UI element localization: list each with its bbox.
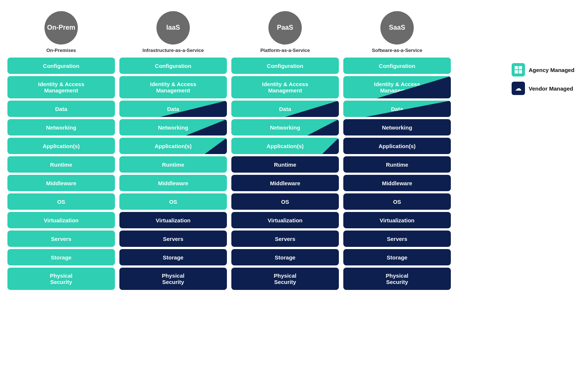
item-paas-0: Configuration xyxy=(231,58,339,74)
item-iaas-11: PhysicalSecurity xyxy=(119,268,227,290)
item-iaas-7: OS xyxy=(119,193,227,210)
item-iaas-4: Application(s) xyxy=(119,138,227,154)
item-saas-8: Virtualization xyxy=(343,212,451,228)
item-on-prem-0: Configuration xyxy=(7,58,115,74)
item-paas-11: PhysicalSecurity xyxy=(231,268,339,290)
item-saas-2: Data xyxy=(343,101,451,117)
item-saas-6: Middleware xyxy=(343,175,451,191)
legend-box-vendor: ☁ xyxy=(512,82,525,95)
item-paas-1: Identity & AccessManagement xyxy=(231,76,339,98)
item-iaas-9: Servers xyxy=(119,231,227,247)
item-on-prem-2: Data xyxy=(7,101,115,117)
columns-area: On-PremOn-PremisesConfigurationIdentity … xyxy=(7,11,504,290)
item-on-prem-3: Networking xyxy=(7,119,115,135)
item-saas-7: OS xyxy=(343,193,451,210)
column-header-iaas: IaaSInfrastructure-as-a-Service xyxy=(142,11,204,53)
item-on-prem-5: Runtime xyxy=(7,156,115,173)
items-stack-iaas: ConfigurationIdentity & AccessManagement… xyxy=(119,58,227,290)
item-on-prem-7: OS xyxy=(7,193,115,210)
item-paas-5: Runtime xyxy=(231,156,339,173)
legend-label-agency: Agency Managed xyxy=(529,67,574,73)
item-paas-9: Servers xyxy=(231,231,339,247)
item-paas-3: Networking xyxy=(231,119,339,135)
item-saas-11: PhysicalSecurity xyxy=(343,268,451,290)
item-iaas-8: Virtualization xyxy=(119,212,227,228)
item-iaas-5: Runtime xyxy=(119,156,227,173)
badge-on-prem: On-Prem xyxy=(44,11,78,45)
column-subtitle-saas: Software-as-a-Service xyxy=(372,48,422,53)
legend-label-vendor: Vendor Managed xyxy=(529,85,573,92)
item-on-prem-9: Servers xyxy=(7,231,115,247)
item-paas-6: Middleware xyxy=(231,175,339,191)
items-stack-saas: ConfigurationIdentity & AccessManagement… xyxy=(343,58,451,290)
item-saas-4: Application(s) xyxy=(343,138,451,154)
item-paas-8: Virtualization xyxy=(231,212,339,228)
item-paas-7: OS xyxy=(231,193,339,210)
item-saas-5: Runtime xyxy=(343,156,451,173)
items-stack-on-prem: ConfigurationIdentity & AccessManagement… xyxy=(7,58,115,290)
item-on-prem-6: Middleware xyxy=(7,175,115,191)
item-saas-10: Storage xyxy=(343,249,451,265)
legend-area: Agency Managed☁Vendor Managed xyxy=(512,63,578,95)
item-saas-1: Identity & AccessManagement xyxy=(343,76,451,98)
badge-saas: SaaS xyxy=(380,11,414,45)
item-iaas-2: Data xyxy=(119,101,227,117)
item-iaas-0: Configuration xyxy=(119,58,227,74)
item-on-prem-4: Application(s) xyxy=(7,138,115,154)
item-on-prem-8: Virtualization xyxy=(7,212,115,228)
item-on-prem-1: Identity & AccessManagement xyxy=(7,76,115,98)
column-header-on-prem: On-PremOn-Premises xyxy=(44,11,78,53)
legend-box-agency xyxy=(512,63,525,76)
item-iaas-3: Networking xyxy=(119,119,227,135)
item-iaas-6: Middleware xyxy=(119,175,227,191)
legend-item-vendor: ☁Vendor Managed xyxy=(512,82,578,95)
item-iaas-1: Identity & AccessManagement xyxy=(119,76,227,98)
item-paas-2: Data xyxy=(231,101,339,117)
legend-item-agency: Agency Managed xyxy=(512,63,578,76)
item-saas-3: Networking xyxy=(343,119,451,135)
item-on-prem-10: Storage xyxy=(7,249,115,265)
item-paas-4: Application(s) xyxy=(231,138,339,154)
item-saas-9: Servers xyxy=(343,231,451,247)
column-paas: PaaSPlatform-as-a-ServiceConfigurationId… xyxy=(231,11,339,290)
column-subtitle-on-prem: On-Premises xyxy=(46,48,76,53)
column-on-prem: On-PremOn-PremisesConfigurationIdentity … xyxy=(7,11,115,290)
main-container: On-PremOn-PremisesConfigurationIdentity … xyxy=(7,11,578,290)
badge-iaas: IaaS xyxy=(156,11,190,45)
column-header-saas: SaaSSoftware-as-a-Service xyxy=(372,11,422,53)
column-iaas: IaaSInfrastructure-as-a-ServiceConfigura… xyxy=(119,11,227,290)
item-on-prem-11: PhysicalSecurity xyxy=(7,268,115,290)
item-iaas-10: Storage xyxy=(119,249,227,265)
item-paas-10: Storage xyxy=(231,249,339,265)
item-saas-0: Configuration xyxy=(343,58,451,74)
items-stack-paas: ConfigurationIdentity & AccessManagement… xyxy=(231,58,339,290)
column-header-paas: PaaSPlatform-as-a-Service xyxy=(260,11,310,53)
column-subtitle-paas: Platform-as-a-Service xyxy=(260,48,310,53)
column-saas: SaaSSoftware-as-a-ServiceConfigurationId… xyxy=(343,11,451,290)
column-subtitle-iaas: Infrastructure-as-a-Service xyxy=(142,48,204,53)
badge-paas: PaaS xyxy=(268,11,302,45)
